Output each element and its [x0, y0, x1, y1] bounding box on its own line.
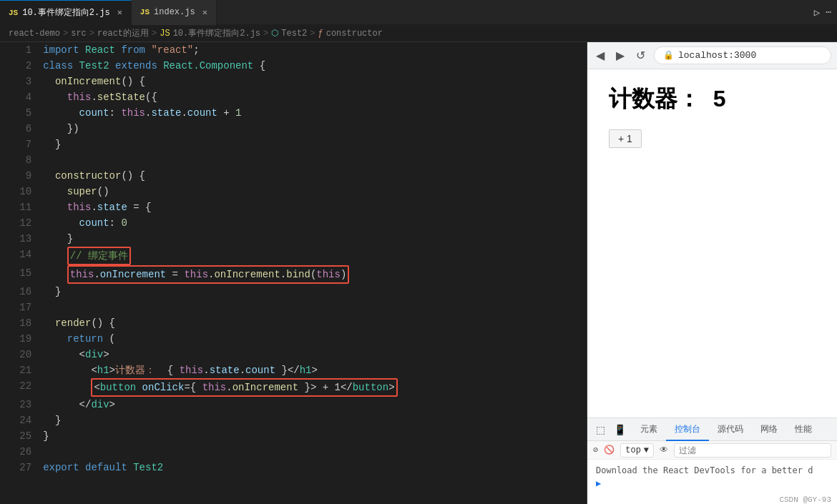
line-num-15: 15 [0, 265, 43, 284]
line-code-16: } [43, 284, 587, 300]
line-num-23: 23 [0, 397, 43, 412]
editor-pane: 1 import React from "react"; 2 class Tes… [0, 42, 587, 504]
devtools-tab-network[interactable]: 网络 [752, 418, 786, 441]
line-num-11: 11 [0, 199, 43, 215]
breadcrumb-part-1: react-demo [9, 29, 60, 39]
line-code-3: onIncrement() { [43, 74, 587, 89]
line-num-20: 20 [0, 347, 43, 362]
line-code-1: import React from "react"; [43, 42, 587, 58]
line-code-13: } [43, 231, 587, 247]
breadcrumb-sep-3: > [152, 29, 157, 39]
devtools-arrow[interactable]: ▶ [596, 478, 601, 488]
run-icon[interactable]: ▷ [814, 6, 820, 19]
line-num-19: 19 [0, 331, 43, 347]
eye-icon[interactable]: 👁 [660, 445, 668, 455]
line-num-14: 14 [0, 247, 43, 265]
line-code-17 [43, 300, 587, 315]
counter-title: 计数器： 5 [609, 84, 816, 115]
line-code-21: <h1>计数器： { this.state.count }</h1> [43, 362, 587, 378]
line-code-4: this.setState({ [43, 89, 587, 105]
code-line-4: 4 this.setState({ [0, 89, 587, 105]
breadcrumb-class-icon: ⬡ [271, 28, 278, 39]
line-num-8: 8 [0, 152, 43, 168]
devtools-tabs: 元素 控制台 源代码 网络 性能 [632, 418, 821, 441]
tab-label-2: index.js [154, 7, 195, 17]
line-num-4: 4 [0, 89, 43, 105]
line-num-5: 5 [0, 105, 43, 121]
devtools-pane: ⬚ 📱 元素 控制台 源代码 网络 性能 ⊘ 🚫 top ▼ 👁 [587, 417, 837, 504]
line-code-18: render() { [43, 315, 587, 331]
line-code-12: count: 0 [43, 215, 587, 231]
browser-toolbar: ◀ ▶ ↺ 🔒 localhost:3000 [587, 42, 837, 69]
code-line-15: 15 this.onIncrement = this.onIncrement.b… [0, 265, 587, 284]
breadcrumb-part-6: constructor [326, 29, 383, 39]
line-code-6: }) [43, 121, 587, 137]
prohibit-icon[interactable]: 🚫 [604, 445, 615, 455]
tab-label-1: 10.事件绑定指向2.js [22, 6, 109, 19]
code-line-16: 16 } [0, 284, 587, 300]
line-code-24: } [43, 412, 587, 428]
devtools-content: Download the React DevTools for a better… [587, 460, 837, 494]
tab-close-1[interactable]: ✕ [117, 7, 122, 18]
breadcrumb-sep-4: > [263, 29, 268, 39]
code-line-24: 24 } [0, 412, 587, 428]
line-num-10: 10 [0, 184, 43, 199]
tab-close-2[interactable]: ✕ [202, 7, 207, 18]
code-line-27: 27 export default Test2 [0, 460, 587, 475]
code-line-20: 20 <div> [0, 347, 587, 362]
address-bar[interactable]: 🔒 localhost:3000 [654, 46, 831, 64]
filter-input[interactable] [674, 443, 831, 458]
line-num-2: 2 [0, 58, 43, 74]
browser-reload-button[interactable]: ↺ [633, 46, 648, 65]
breadcrumb-sep-2: > [89, 29, 94, 39]
code-line-3: 3 onIncrement() { [0, 74, 587, 89]
line-code-23: </div> [43, 397, 587, 412]
block-icon[interactable]: ⊘ [593, 445, 598, 455]
code-line-11: 11 this.state = { [0, 199, 587, 215]
code-line-18: 18 render() { [0, 315, 587, 331]
line-num-12: 12 [0, 215, 43, 231]
browser-content: 计数器： 5 + 1 [587, 69, 837, 417]
browser-forward-button[interactable]: ▶ [613, 46, 627, 65]
breadcrumb-sep-1: > [63, 29, 68, 39]
line-code-8 [43, 152, 587, 168]
browser-pane: ◀ ▶ ↺ 🔒 localhost:3000 计数器： 5 + 1 ⬚ 📱 元素… [587, 42, 837, 504]
line-num-13: 13 [0, 231, 43, 247]
breadcrumb-part-4: 10.事件绑定指向2.js [173, 27, 260, 39]
line-num-18: 18 [0, 315, 43, 331]
increment-button[interactable]: + 1 [609, 129, 642, 148]
code-line-25: 25 } [0, 428, 587, 444]
split-icon[interactable]: ⋯ [826, 6, 831, 18]
js-icon-2: JS [140, 8, 150, 16]
line-num-25: 25 [0, 428, 43, 444]
devtools-tab-console[interactable]: 控制台 [666, 418, 709, 441]
counter-label: 计数器： [609, 86, 700, 112]
lock-icon: 🔒 [663, 50, 674, 61]
tab-file-1[interactable]: JS 10.事件绑定指向2.js ✕ [0, 0, 132, 25]
browser-back-button[interactable]: ◀ [593, 46, 607, 65]
breadcrumb-part-5: Test2 [281, 29, 307, 39]
line-code-11: this.state = { [43, 199, 587, 215]
js-icon-1: JS [9, 9, 18, 17]
line-code-14: // 绑定事件 [43, 247, 587, 265]
devtools-tab-elements[interactable]: 元素 [632, 418, 666, 441]
line-code-5: count: this.state.count + 1 [43, 105, 587, 121]
line-num-9: 9 [0, 168, 43, 184]
devtools-inspect-button[interactable]: ⬚ [593, 421, 608, 438]
devtools-tab-sources[interactable]: 源代码 [709, 418, 752, 441]
line-code-9: constructor() { [43, 168, 587, 184]
devtools-console-toolbar: ⊘ 🚫 top ▼ 👁 [587, 441, 837, 460]
dropdown-arrow-icon: ▼ [644, 445, 649, 455]
devtools-tab-performance[interactable]: 性能 [786, 418, 821, 441]
tab-file-2[interactable]: JS index.js ✕ [132, 0, 217, 25]
line-num-3: 3 [0, 74, 43, 89]
breadcrumb-part-2: src [71, 29, 87, 39]
code-area[interactable]: 1 import React from "react"; 2 class Tes… [0, 42, 587, 504]
tab-bar: JS 10.事件绑定指向2.js ✕ JS index.js ✕ ▷ ⋯ [0, 0, 837, 25]
line-code-2: class Test2 extends React.Component { [43, 58, 587, 74]
top-dropdown[interactable]: top ▼ [620, 443, 654, 458]
devtools-message: Download the React DevTools for a better… [596, 465, 828, 475]
code-line-6: 6 }) [0, 121, 587, 137]
breadcrumb-fn-icon: ƒ [318, 29, 323, 39]
devtools-mobile-button[interactable]: 📱 [611, 421, 629, 438]
